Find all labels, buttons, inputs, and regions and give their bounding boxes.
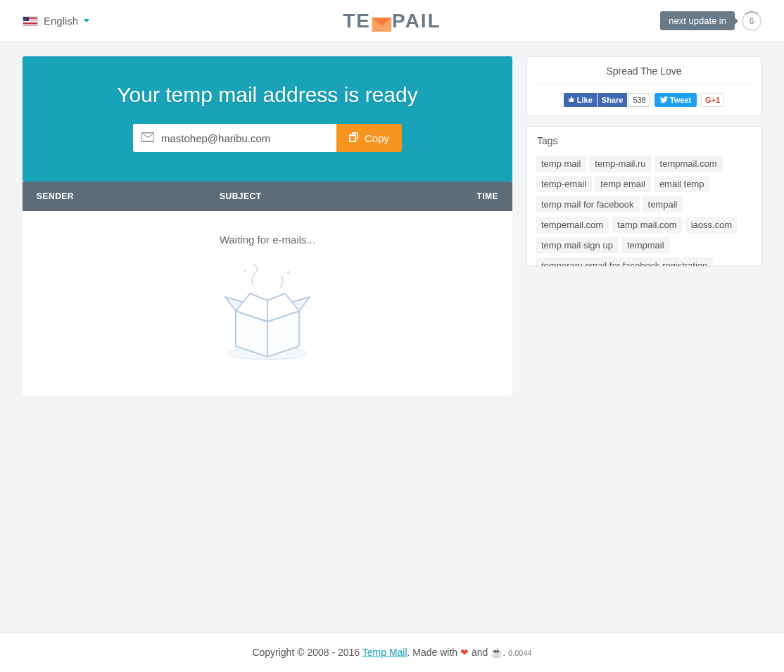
us-flag-icon — [23, 16, 38, 26]
facebook-widget: Like Share 538 — [564, 93, 650, 107]
svg-point-2 — [287, 271, 290, 274]
heart-icon: ❤ — [460, 647, 469, 658]
sidebar: Spread The Love Like Share 538 — [526, 56, 761, 395]
svg-point-3 — [244, 270, 246, 272]
tag-item[interactable]: temp mail for facebook — [536, 196, 640, 213]
header-right: next update in 6 — [660, 11, 761, 31]
chevron-down-icon — [84, 19, 89, 23]
facebook-share-button[interactable]: Share — [598, 93, 628, 107]
tag-item[interactable]: tempmail.com — [655, 156, 723, 172]
tags-title: Tags — [527, 127, 761, 153]
col-subject: SUBJECT — [220, 191, 456, 201]
col-time: TIME — [456, 191, 498, 201]
tags-card: Tags temp mailtemp-mail.rutempmail.comte… — [526, 126, 761, 267]
tag-item[interactable]: temporary email for facebook registratio… — [536, 258, 713, 266]
header: English TE PAIL next update in 6 — [0, 0, 784, 42]
email-row: Copy — [133, 124, 402, 152]
hero-panel: Your temp mail address is ready Copy — [23, 56, 512, 182]
version-text: 0.0044 — [508, 649, 532, 657]
thumb-up-icon — [568, 96, 575, 104]
inbox-header: SENDER SUBJECT TIME — [23, 182, 512, 211]
tag-item[interactable]: temp mail — [536, 156, 586, 172]
email-input[interactable] — [161, 132, 328, 144]
col-sender: SENDER — [37, 191, 220, 201]
footer: Copyright © 2008 - 2016 Temp Mail. Made … — [0, 632, 784, 672]
tag-item[interactable]: temp email — [595, 176, 651, 192]
empty-box-icon — [211, 258, 324, 364]
tag-item[interactable]: tempmail — [621, 237, 670, 253]
tag-item[interactable]: tempail — [643, 196, 683, 213]
hero-title: Your temp mail address is ready — [37, 83, 498, 107]
tweet-button[interactable]: Tweet — [655, 93, 697, 107]
tag-item[interactable]: tempemail.com — [536, 217, 609, 233]
language-selector[interactable]: English — [23, 15, 89, 27]
coffee-icon: ☕ — [491, 647, 502, 658]
tag-item[interactable]: iaoss.com — [685, 217, 738, 233]
tag-item[interactable]: email temp — [654, 176, 710, 192]
envelope-icon — [141, 132, 154, 144]
countdown-timer: 6 — [742, 11, 761, 31]
google-plus-button[interactable]: G+1 — [701, 93, 724, 107]
spread-love-title: Spread The Love — [537, 65, 751, 84]
tag-item[interactable]: temp mail sign up — [536, 237, 619, 253]
next-update-badge: next update in — [660, 11, 735, 30]
main-container: Your temp mail address is ready Copy SEN… — [23, 42, 761, 410]
logo[interactable]: TE PAIL — [343, 10, 441, 32]
envelope-logo-icon — [372, 14, 391, 28]
copy-icon — [349, 132, 359, 144]
main-column: Your temp mail address is ready Copy SEN… — [23, 56, 512, 395]
footer-link[interactable]: Temp Mail — [362, 647, 407, 658]
twitter-icon — [660, 96, 668, 104]
facebook-count: 538 — [628, 93, 650, 107]
tag-item[interactable]: temp-mail.ru — [589, 156, 651, 172]
facebook-like-button[interactable]: Like — [564, 93, 597, 107]
copy-button[interactable]: Copy — [336, 124, 402, 152]
social-row: Like Share 538 Tweet G+1 — [537, 93, 751, 107]
tag-item[interactable]: tamp mail.com — [612, 217, 683, 233]
tags-scroll[interactable]: temp mailtemp-mail.rutempmail.comtemp-em… — [527, 153, 761, 266]
email-box — [133, 124, 336, 152]
tag-item[interactable]: temp-email — [536, 176, 592, 192]
spread-love-card: Spread The Love Like Share 538 — [526, 56, 761, 116]
inbox-body: Waiting for e-mails... — [23, 211, 512, 395]
language-label: English — [44, 15, 78, 27]
copy-label: Copy — [365, 132, 389, 144]
waiting-text: Waiting for e-mails... — [37, 234, 498, 246]
